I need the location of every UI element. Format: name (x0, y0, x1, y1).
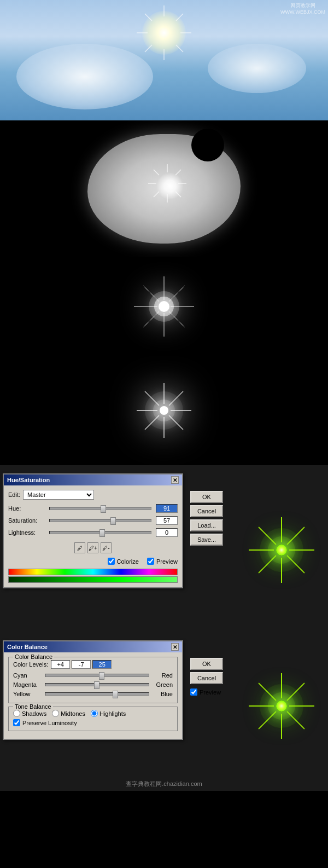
hue-label: Hue: (8, 505, 46, 512)
lightness-slider[interactable] (49, 531, 151, 534)
hue-load-button[interactable]: Load... (190, 519, 223, 531)
cb-preview-checkbox[interactable] (190, 688, 197, 696)
color-balance-dialog: Color Balance ✕ Color Balance Color Leve… (3, 640, 183, 740)
hue-slider[interactable] (49, 507, 151, 510)
dark-panel-1 (0, 257, 328, 356)
green-star-panel-2 (246, 670, 317, 742)
magenta-green-slider[interactable] (45, 683, 149, 686)
svg-point-46 (268, 536, 295, 564)
saturation-thumb[interactable] (110, 517, 116, 525)
hue-cancel-button[interactable]: Cancel (190, 505, 223, 517)
tone-balance-group: Tone Balance Shadows Midtones Highlights (8, 707, 178, 731)
eyedropper-plus-icon[interactable]: 🖊+ (87, 542, 98, 553)
tone-label: Tone Balance (13, 703, 53, 710)
yellow-blue-slider[interactable] (45, 692, 149, 696)
preview-row: Preview (147, 558, 178, 565)
svg-line-15 (154, 170, 159, 175)
edit-label: Edit: (8, 491, 20, 498)
svg-line-7 (145, 14, 152, 21)
svg-line-13 (154, 192, 159, 197)
cb-ok-button[interactable]: OK (190, 658, 223, 670)
levels-label: Color Levels: (13, 661, 48, 668)
midtones-label[interactable]: Midtones (52, 710, 85, 717)
hue-saturation-title: Hue/Saturation (7, 477, 50, 483)
levels-row: Color Levels: (13, 660, 173, 669)
lightness-input[interactable] (156, 528, 178, 537)
green-label: Green (154, 681, 173, 688)
yellow-blue-row: Yellow Blue (13, 691, 173, 697)
level3-input[interactable] (92, 660, 112, 669)
green-star-panel (246, 514, 317, 586)
svg-point-56 (268, 692, 295, 720)
hue-input[interactable] (156, 504, 178, 513)
mask-shape (87, 134, 241, 244)
colorize-label: Colorize (117, 558, 139, 565)
mask-rays (145, 161, 189, 205)
saturation-input[interactable] (156, 516, 178, 525)
midtones-radio[interactable] (52, 710, 59, 717)
edit-select[interactable]: Master (23, 490, 94, 500)
cb-dialog-buttons: OK Cancel Preview (190, 658, 223, 697)
hue-saturation-dialog: Hue/Saturation ✕ Edit: Master Hue: S (3, 473, 183, 588)
magenta-green-row: Magenta Green (13, 681, 173, 688)
magenta-label: Magenta (13, 681, 43, 688)
color-balance-group: Color Balance Color Levels: Cyan Red (8, 657, 178, 703)
svg-line-1 (176, 14, 183, 21)
svg-line-9 (175, 170, 181, 175)
cyan-red-row: Cyan Red (13, 672, 173, 679)
picker-icons: 🖊 🖊+ 🖊- (74, 542, 112, 553)
cyan-red-slider[interactable] (45, 674, 149, 677)
color-bar-rainbow (8, 569, 178, 575)
group-label: Color Balance (13, 653, 54, 660)
sky-panel: 网页教学网 WWW.WEBJX.COM (0, 0, 328, 120)
lightness-thumb[interactable] (99, 529, 105, 537)
svg-line-11 (175, 192, 181, 197)
hue-saturation-titlebar: Hue/Saturation ✕ (4, 474, 182, 485)
yellow-blue-thumb[interactable] (113, 691, 118, 698)
hue-save-button[interactable]: Save... (190, 534, 223, 546)
color-balance-close[interactable]: ✕ (171, 643, 179, 651)
cloud2 (208, 44, 306, 93)
shadows-label[interactable]: Shadows (13, 710, 46, 717)
cb-cancel-button[interactable]: Cancel (190, 672, 223, 684)
hue-preview-checkbox[interactable] (147, 558, 154, 565)
hue-ok-button[interactable]: OK (190, 491, 223, 503)
eyedropper-icon[interactable]: 🖊 (74, 542, 85, 553)
svg-point-36 (153, 400, 175, 421)
saturation-label: Saturation: (8, 517, 46, 524)
color-balance-titlebar: Color Balance ✕ (4, 641, 182, 652)
color-balance-panel: Color Balance ✕ Color Balance Color Leve… (0, 635, 328, 777)
cyan-red-thumb[interactable] (99, 672, 104, 680)
colorize-checkbox[interactable] (108, 558, 115, 565)
footer-text: 查字典教程网.chazidian.com (126, 780, 202, 787)
preserve-checkbox[interactable] (13, 719, 20, 726)
mask-notch (191, 129, 224, 161)
watermark: 网页教学网 WWW.WEBJX.COM (280, 3, 325, 15)
hue-saturation-close[interactable]: ✕ (171, 476, 179, 484)
lightness-label: Lightness: (8, 529, 46, 536)
level2-input[interactable] (72, 660, 91, 669)
saturation-slider[interactable] (49, 519, 151, 522)
highlights-radio[interactable] (91, 710, 98, 717)
dark-panel-2 (0, 356, 328, 465)
sun-rays-svg (134, 3, 194, 63)
preserve-label: Preserve Luminosity (22, 720, 77, 726)
cloud1 (16, 44, 153, 109)
hue-preview-label: Preview (156, 558, 178, 565)
red-label: Red (154, 672, 173, 679)
preserve-row: Preserve Luminosity (13, 719, 173, 726)
colorize-row: Colorize (108, 558, 139, 565)
hue-dialog-buttons: OK Cancel Load... Save... (190, 491, 223, 546)
eyedropper-minus-icon[interactable]: 🖊- (101, 542, 112, 553)
magenta-green-thumb[interactable] (94, 681, 99, 689)
hue-thumb[interactable] (101, 505, 106, 513)
svg-line-3 (176, 45, 183, 52)
level1-input[interactable] (51, 660, 70, 669)
yellow-label: Yellow (13, 691, 43, 697)
svg-line-5 (145, 45, 152, 52)
green-starburst (246, 514, 317, 586)
highlights-label[interactable]: Highlights (91, 710, 126, 717)
tone-radio-row: Shadows Midtones Highlights (13, 710, 173, 717)
shadows-radio[interactable] (13, 710, 20, 717)
cb-preview-label: Preview (200, 689, 221, 696)
